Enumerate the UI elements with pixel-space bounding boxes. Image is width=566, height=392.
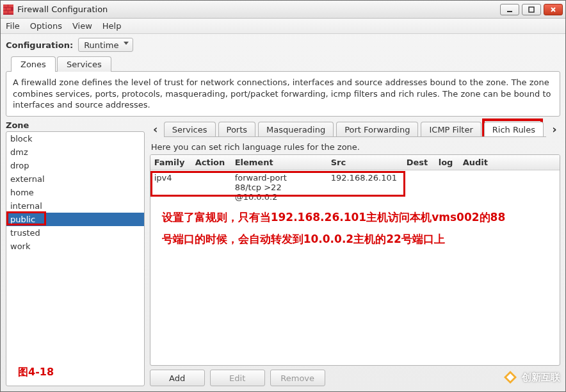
top-tabs: Zones Services [11,56,560,71]
subtab-port-forwarding[interactable]: Port Forwarding [336,122,418,137]
zone-item-internal[interactable]: internal [6,199,144,213]
col-element[interactable]: Element [231,155,327,170]
zone-item-home[interactable]: home [6,186,144,199]
cell-dest [403,170,435,176]
col-audit[interactable]: Audit [459,155,560,170]
svg-rect-4 [6,8,11,10]
edit-button[interactable]: Edit [210,370,265,386]
chevron-down-icon [124,42,129,45]
main-pane: Zone blockdmzdropexternalhomeinternalpub… [6,120,560,386]
menu-help[interactable]: Help [102,21,122,31]
right-pane: ‹ ServicesPortsMasqueradingPort Forwardi… [150,120,560,386]
watermark-icon [503,370,518,385]
scroll-right-icon[interactable]: › [549,122,560,136]
col-family[interactable]: Family [150,155,191,170]
annotation-line1: 设置了富规则，只有当192.168.26.101主机访问本机vms002的88 [162,208,506,227]
col-action[interactable]: Action [191,155,231,170]
cell-element: forward-port 88/tcp >22 @10.0.0.2 [231,170,327,204]
subtab-ports[interactable]: Ports [218,122,256,137]
zone-item-trusted[interactable]: trusted [6,226,144,240]
add-button[interactable]: Add [150,370,205,386]
col-src[interactable]: Src [327,155,403,170]
rule-table: Family Action Element Src Dest log Audit… [150,154,560,366]
remove-button[interactable]: Remove [270,370,325,386]
cell-src: 192.168.26.101 [327,170,403,185]
close-button[interactable] [544,4,563,15]
svg-rect-5 [3,11,8,13]
window-title: Firewall Configuration [17,4,500,14]
zone-item-dmz[interactable]: dmz [6,145,144,159]
subtab-icmp-filter[interactable]: ICMP Filter [421,122,481,137]
zone-item-work[interactable]: work [6,240,144,253]
rich-rules-description: Here you can set rich language rules for… [150,138,560,154]
cell-family: ipv4 [150,170,191,185]
titlebar: Firewall Configuration [1,1,565,19]
configuration-label: Configuration: [6,40,73,50]
zone-item-public[interactable]: public [6,213,144,226]
firewall-app-icon [3,4,13,15]
window-controls [500,4,563,15]
configuration-row: Configuration: Runtime [1,34,565,56]
subtab-masquerading[interactable]: Masquerading [258,122,334,137]
scroll-left-icon[interactable]: ‹ [150,122,161,136]
watermark: 创新互联 [503,370,560,385]
button-row: Add Edit Remove [150,366,560,386]
menu-file[interactable]: File [6,21,20,31]
content-area: Zones Services A firewalld zone defines … [1,56,565,391]
cell-action [191,170,231,176]
cell-log [435,170,459,176]
menu-view[interactable]: View [72,21,92,31]
app-window: Firewall Configuration File Options View… [0,0,566,392]
zone-item-external[interactable]: external [6,172,144,186]
configuration-dropdown[interactable]: Runtime [78,38,133,52]
zone-pane: Zone blockdmzdropexternalhomeinternalpub… [6,120,145,386]
subtab-row: ‹ ServicesPortsMasqueradingPort Forwardi… [150,120,560,138]
svg-rect-6 [8,11,13,13]
minimize-button[interactable] [500,4,519,15]
zone-item-block[interactable]: block [6,132,144,145]
figure-label: 图4-18 [18,366,54,379]
col-log[interactable]: log [435,155,459,170]
zone-subtabs: ServicesPortsMasqueradingPort Forwarding… [164,121,546,137]
zone-description: A firewalld zone defines the level of tr… [6,71,560,117]
rule-table-header: Family Action Element Src Dest log Audit [150,155,560,170]
tab-zones[interactable]: Zones [11,56,56,72]
svg-rect-8 [529,7,534,12]
annotation-line2: 号端口的时候，会自动转发到10.0.0.2主机的22号端口上 [162,229,445,249]
watermark-text: 创新互联 [522,372,560,384]
configuration-value: Runtime [84,40,118,50]
zone-heading: Zone [6,120,145,130]
maximize-button[interactable] [522,4,541,15]
col-dest[interactable]: Dest [403,155,435,170]
svg-rect-3 [3,8,6,10]
rule-rows: ipv4forward-port 88/tcp >22 @10.0.0.2192… [150,170,560,204]
cell-audit [459,170,560,176]
tab-services[interactable]: Services [57,56,111,72]
table-row[interactable]: ipv4forward-port 88/tcp >22 @10.0.0.2192… [150,170,560,204]
subtab-services[interactable]: Services [164,122,216,137]
menubar: File Options View Help [1,19,565,34]
svg-rect-2 [8,4,13,7]
menu-options[interactable]: Options [30,21,62,31]
subtab-rich-rules[interactable]: Rich Rules [484,122,544,137]
zone-list[interactable]: blockdmzdropexternalhomeinternalpublictr… [6,131,145,386]
svg-rect-1 [3,4,8,7]
zone-item-drop[interactable]: drop [6,159,144,172]
